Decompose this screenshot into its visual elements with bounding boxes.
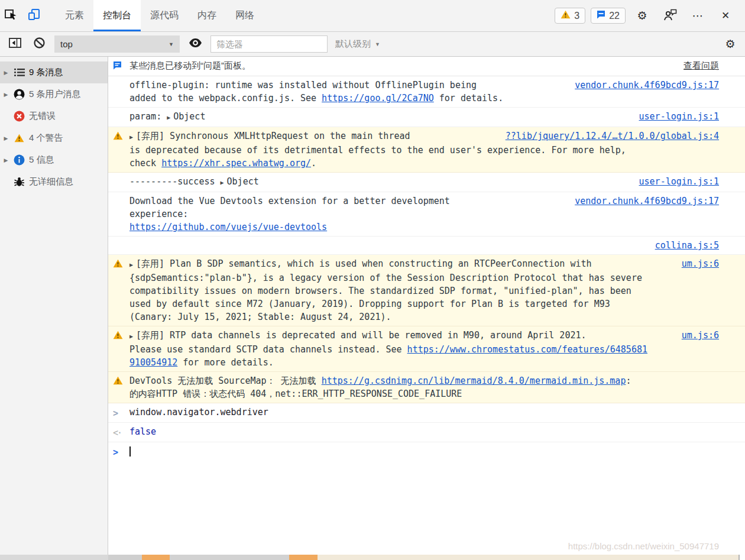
device-toolbar-icon — [27, 8, 41, 24]
source-link[interactable]: um.js:6 — [682, 257, 719, 270]
expand-caret-icon[interactable]: ▶ — [2, 135, 9, 141]
expand-caret-icon[interactable]: ▶ — [221, 179, 224, 186]
console-message-warning: um.js:6▶[弃用] RTP data channels is deprec… — [108, 326, 745, 372]
source-link[interactable]: um.js:6 — [682, 329, 719, 342]
console-prompt-input[interactable] — [129, 445, 719, 458]
view-issues-link[interactable]: 查看问题 — [684, 59, 719, 72]
close-devtools-button[interactable]: ✕ — [714, 9, 737, 22]
devtools-tabbar: 元素控制台源代码内存网络 3 22 ⚙ ⋯ ✕ — [0, 0, 745, 32]
expand-caret-icon[interactable]: ▶ — [129, 333, 133, 339]
message-text: [弃用] Plan B SDP semantics, which is used… — [136, 258, 592, 269]
message-text: DevTools 无法加载 SourceMap： 无法加载 — [129, 376, 322, 386]
console-message-log: vendor.chunk.4f69bcd9.js:17Download the … — [108, 192, 745, 237]
expand-caret-icon[interactable]: ▶ — [167, 114, 170, 121]
more-options-button[interactable]: ⋯ — [686, 9, 709, 22]
result-arrow-icon: <· — [113, 425, 129, 439]
message-text: compatibility issues on modern browsers.… — [129, 286, 631, 296]
messages-badge[interactable]: 22 — [591, 8, 626, 24]
message-text: [弃用] Synchronous XMLHttpRequest on the m… — [136, 131, 410, 141]
message-icon-spacer — [113, 175, 129, 176]
command-text: window.navigator.webdriver — [129, 407, 268, 417]
tab-网络[interactable]: 网络 — [226, 0, 264, 31]
tab-strip: 元素控制台源代码内存网络 — [56, 0, 264, 31]
message-body: false — [129, 425, 719, 438]
message-body: user-login.js:1param: ▶Object — [129, 110, 719, 124]
strip-segment — [289, 555, 318, 560]
source-link[interactable]: user-login.js:1 — [639, 110, 719, 123]
sidebar-panel-icon — [9, 37, 21, 51]
sidebar-item-label: 无错误 — [29, 111, 56, 122]
sidebar-item[interactable]: 无详细信息 — [0, 171, 108, 193]
message-body: DevTools 无法加载 SourceMap： 无法加载 https://g.… — [129, 374, 719, 400]
strip-segment — [0, 555, 108, 560]
message-text: Download the Vue Devtools extension for … — [129, 196, 450, 206]
filter-input[interactable] — [210, 35, 328, 53]
message-icon-spacer — [113, 79, 129, 80]
inline-link[interactable]: 910054912 — [129, 357, 177, 368]
expand-caret-icon[interactable]: ▶ — [129, 261, 133, 268]
source-link[interactable]: vendor.chunk.4f69bcd9.js:17 — [575, 195, 719, 208]
sidebar-item[interactable]: ▶5 信息 — [0, 149, 108, 171]
tab-内存[interactable]: 内存 — [188, 0, 226, 31]
chevron-down-icon: ▼ — [375, 41, 380, 47]
message-text: for more details. — [177, 357, 274, 368]
expand-caret-icon[interactable]: ▶ — [2, 92, 9, 98]
expand-caret-icon[interactable]: ▶ — [129, 134, 133, 140]
message-icon-spacer — [113, 195, 129, 196]
clear-console-button[interactable] — [30, 37, 48, 51]
console-message-command: >window.navigator.webdriver — [108, 403, 745, 423]
sidebar-item-label: 9 条消息 — [29, 67, 63, 78]
tab-元素[interactable]: 元素 — [56, 0, 93, 31]
source-link[interactable]: vendor.chunk.4f69bcd9.js:17 — [575, 79, 719, 92]
source-link[interactable]: collina.js:5 — [655, 239, 719, 252]
settings-gear-button[interactable]: ⚙ — [631, 9, 653, 22]
console-sidebar-toggle[interactable] — [6, 37, 24, 51]
text-cursor[interactable] — [129, 446, 131, 457]
message-body: window.navigator.webdriver — [129, 406, 719, 419]
inline-link[interactable]: https://goo.gl/2Ca7NO — [322, 93, 434, 103]
sidebar-item[interactable]: 无错误 — [0, 105, 108, 127]
source-link[interactable]: ??lib/jquery/1.12.4/…t/1.0.0/global.js:4 — [506, 130, 719, 143]
message-text: (Canary: July 15, 2021; Stable: August 2… — [129, 312, 391, 322]
page-bottom-strip — [0, 555, 745, 560]
strip-segment — [170, 555, 289, 560]
console-toolbar: top ▼ 默认级别 ▼ ⚙ — [0, 32, 745, 57]
expand-caret-icon[interactable]: ▶ — [2, 157, 9, 163]
tab-控制台[interactable]: 控制台 — [93, 0, 141, 31]
sidebar-item[interactable]: ▶9 条消息 — [0, 61, 108, 83]
inspect-element-button[interactable] — [0, 0, 22, 31]
console-main: ▶9 条消息▶5 条用户消息无错误▶4 个警告▶5 信息无详细信息 查看问题某些… — [0, 57, 745, 556]
inline-link[interactable]: https://xhr.spec.whatwg.org/ — [161, 158, 311, 169]
info-icon — [14, 154, 25, 166]
log-level-selector[interactable]: 默认级别 ▼ — [335, 38, 380, 50]
sidebar-item[interactable]: ▶5 条用户消息 — [0, 83, 108, 105]
inline-link[interactable]: https://www.chromestatus.com/features/64… — [407, 344, 647, 355]
sidebar-item[interactable]: ▶4 个警告 — [0, 127, 108, 149]
person-feedback-icon — [663, 8, 677, 24]
message-body: vendor.chunk.4f69bcd9.js:17offline-plugi… — [129, 79, 719, 105]
console-message-warning: um.js:6▶[弃用] Plan B SDP semantics, which… — [108, 255, 745, 326]
inline-link[interactable]: https://g.csdnimg.cn/lib/mermaid/8.4.0/m… — [322, 376, 626, 386]
feedback-button[interactable] — [659, 8, 681, 24]
chat-bubble-icon — [597, 10, 605, 21]
warnings-badge[interactable]: 3 — [555, 8, 585, 24]
warnings-count: 3 — [574, 11, 579, 21]
message-text: param: — [129, 111, 167, 122]
message-text: added to the webpack.config.js. See — [129, 93, 322, 103]
message-body: um.js:6▶[弃用] RTP data channels is deprec… — [129, 329, 719, 369]
expand-caret-icon[interactable]: ▶ — [2, 70, 9, 76]
console-settings-button[interactable]: ⚙ — [721, 37, 739, 51]
source-link[interactable]: user-login.js:1 — [639, 175, 719, 188]
warning-icon — [113, 374, 129, 389]
device-toolbar-button[interactable] — [22, 0, 45, 31]
message-text: ---------success — [129, 176, 221, 187]
inline-link[interactable]: https://github.com/vuejs/vue-devtools — [129, 222, 327, 232]
command-chevron-icon: > — [113, 406, 129, 420]
warning-icon — [113, 257, 129, 271]
message-text: for details. — [434, 93, 503, 103]
tab-源代码[interactable]: 源代码 — [141, 0, 188, 31]
user-icon — [14, 89, 25, 100]
live-expression-button[interactable] — [186, 38, 204, 50]
context-selector[interactable]: top ▼ — [54, 35, 180, 53]
message-body: 查看问题某些消息已移动到“问题”面板。 — [129, 59, 719, 72]
